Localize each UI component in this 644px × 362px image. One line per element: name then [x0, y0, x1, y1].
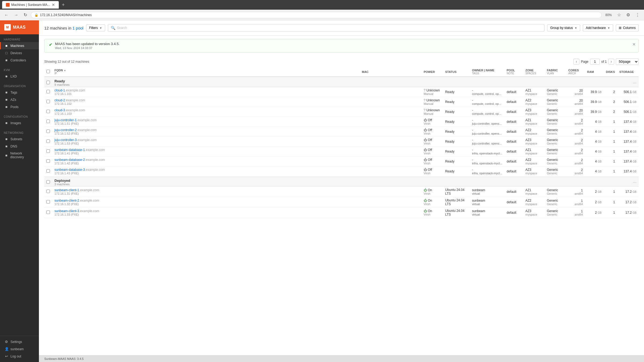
group-select-checkbox[interactable]	[46, 180, 50, 184]
zone-spaces: myspace	[525, 112, 543, 115]
machine-fqdn-link[interactable]: sunbeam-database-1.example.com	[54, 148, 105, 152]
table-row: cloud-2.example.com 172.16.1.102 ? Unkno…	[44, 97, 639, 107]
row-select-checkbox[interactable]	[46, 120, 50, 123]
fabric-name: Generic	[547, 158, 564, 162]
zone-cell: AZ2 myspace	[523, 97, 545, 107]
row-select-checkbox[interactable]	[46, 159, 50, 163]
sidebar-item-logout[interactable]: ↩ Log out	[0, 353, 39, 360]
fabric-name: Generic	[547, 98, 564, 102]
browser-tab[interactable]: Machines | Sunbeam-MA... ✕	[2, 1, 59, 9]
sidebar-item-machines[interactable]: ■ Machines	[0, 42, 39, 49]
machine-fqdn-link[interactable]: sunbeam-database-3.example.com	[54, 168, 105, 172]
add-hardware-button[interactable]: Add hardware ▼	[583, 24, 613, 31]
menu-button[interactable]: ⋮	[634, 11, 641, 19]
pool-link[interactable]: 1 pool	[72, 26, 83, 30]
forward-button[interactable]: →	[12, 12, 20, 19]
mac-cell	[360, 208, 421, 218]
machine-domain: .example.com	[77, 128, 97, 132]
kvm-section-label: KVM	[0, 68, 39, 73]
address-bar[interactable]: 🔒 172.16.1.24:5240/MAAS/r/machines	[31, 12, 602, 18]
columns-button[interactable]: ⊞ Columns	[616, 24, 639, 31]
next-page-button[interactable]: ›	[608, 59, 614, 65]
sidebar-item-lxd[interactable]: ■ LXD	[0, 73, 39, 80]
row-select-checkbox[interactable]	[46, 110, 50, 113]
cores-cell: 2 amd64	[566, 147, 585, 157]
storage-value: 506.1	[624, 110, 632, 114]
machine-tags: virtual	[472, 192, 502, 195]
new-tab-button[interactable]: +	[61, 2, 66, 8]
row-select-checkbox[interactable]	[46, 169, 50, 173]
azs-icon: ■	[5, 98, 8, 102]
sidebar-item-controllers[interactable]: ■ Controllers	[0, 57, 39, 64]
machine-fqdn-link[interactable]: sunbeam-client-2.example.com	[54, 199, 99, 202]
machine-fqdn-link[interactable]: cloud-2.example.com	[54, 98, 85, 102]
storage-cell: 137.4 GB	[617, 157, 639, 167]
tab-close-button[interactable]: ✕	[52, 3, 55, 7]
mac-cell	[360, 137, 421, 147]
machine-ip: 172.16.1.103	[54, 112, 357, 115]
row-select-checkbox[interactable]	[46, 149, 50, 153]
storage-unit: GB	[633, 120, 636, 123]
extensions-button[interactable]: ⚙	[625, 11, 632, 19]
filters-dropdown[interactable]: Filters ▼	[86, 24, 105, 31]
owner-cell: - infra, openstack-mycl...	[470, 147, 504, 157]
machine-fqdn-link[interactable]: cloud-3.example.com	[54, 108, 85, 112]
sidebar-item-devices[interactable]: □ Devices	[0, 49, 39, 57]
back-button[interactable]: ←	[3, 12, 10, 19]
machine-fqdn-link[interactable]: cloud-1.example.com	[54, 88, 85, 92]
sidebar-item-pools[interactable]: ■ Pools	[0, 103, 39, 110]
group-count: 3 machines	[54, 183, 615, 186]
fqdn-sort[interactable]: FQDN ▲	[54, 69, 357, 72]
arch-text: amd64	[568, 93, 583, 95]
machine-fqdn-link[interactable]: sunbeam-database-2.example.com	[54, 158, 105, 162]
owner-cell: - compute, control, op...	[470, 97, 504, 107]
sidebar-item-subnets[interactable]: ■ Subnets	[0, 135, 39, 143]
machine-fqdn-link[interactable]: juju-controller-1.example.com	[54, 118, 97, 122]
row-select-checkbox[interactable]	[46, 130, 50, 133]
power-cell: ? Unknown Manual	[422, 97, 443, 107]
notification-close-button[interactable]: ✕	[632, 42, 636, 47]
row-select-checkbox[interactable]	[46, 190, 50, 193]
fqdn-cell: sunbeam-client-1.example.com 172.16.1.31…	[52, 187, 360, 197]
bookmark-button[interactable]: ☆	[616, 11, 623, 19]
zoom-level[interactable]: 80%	[604, 13, 613, 17]
machine-domain: .example.com	[79, 199, 99, 202]
row-select-checkbox[interactable]	[46, 139, 50, 143]
row-checkbox-cell	[44, 187, 52, 197]
page-number-input[interactable]	[590, 59, 600, 65]
row-select-checkbox[interactable]	[46, 210, 50, 214]
lxd-icon: ■	[5, 74, 8, 78]
row-select-checkbox[interactable]	[46, 90, 50, 93]
sidebar-item-dns[interactable]: ■ DNS	[0, 143, 39, 150]
search-bar[interactable]: 🔍 Search	[108, 24, 545, 32]
sidebar-item-sunbeam[interactable]: 👤 sunbeam	[0, 345, 39, 353]
fabric-vlan: Generic	[547, 122, 564, 125]
select-all-checkbox[interactable]	[46, 70, 50, 73]
row-checkbox-cell	[44, 157, 52, 167]
machine-fqdn-link[interactable]: juju-controller-2.example.com	[54, 128, 97, 132]
machine-fqdn-link[interactable]: sunbeam-client-3.example.com	[54, 209, 99, 213]
power-sub: Virsh	[424, 162, 441, 165]
sidebar-item-settings[interactable]: ⚙ Settings	[0, 338, 39, 345]
machine-fqdn-link[interactable]: juju-controller-3.example.com	[54, 138, 97, 142]
sidebar-item-network-discovery[interactable]: ■ Network discovery	[0, 150, 39, 161]
row-select-checkbox[interactable]	[46, 200, 50, 204]
tags-icon: ■	[5, 90, 8, 94]
prev-page-button[interactable]: ‹	[573, 59, 579, 65]
sidebar-item-azs[interactable]: ■ AZs	[0, 96, 39, 103]
storage-cell: 137.4 GB	[617, 127, 639, 137]
machine-fqdn-link[interactable]: sunbeam-client-1.example.com	[54, 188, 99, 192]
storage-unit: GB	[633, 101, 636, 104]
sidebar-item-images[interactable]: ■ Images	[0, 119, 39, 127]
fabric-vlan: Generic	[547, 132, 564, 135]
row-select-checkbox[interactable]	[46, 100, 50, 103]
storage-unit: GB	[633, 130, 636, 133]
sidebar-section-hardware: HARDWARE ■ Machines □ Devices ■ Controll…	[0, 34, 39, 65]
sidebar-item-tags[interactable]: ■ Tags	[0, 89, 39, 96]
group-by-button[interactable]: Group by status ▼	[547, 24, 580, 31]
reload-button[interactable]: ↻	[22, 11, 29, 19]
mac-cell	[360, 147, 421, 157]
status-cell: Ready	[443, 127, 470, 137]
per-page-select[interactable]: 50/page 25/page 100/page	[616, 58, 639, 65]
group-select-checkbox[interactable]	[46, 81, 50, 84]
